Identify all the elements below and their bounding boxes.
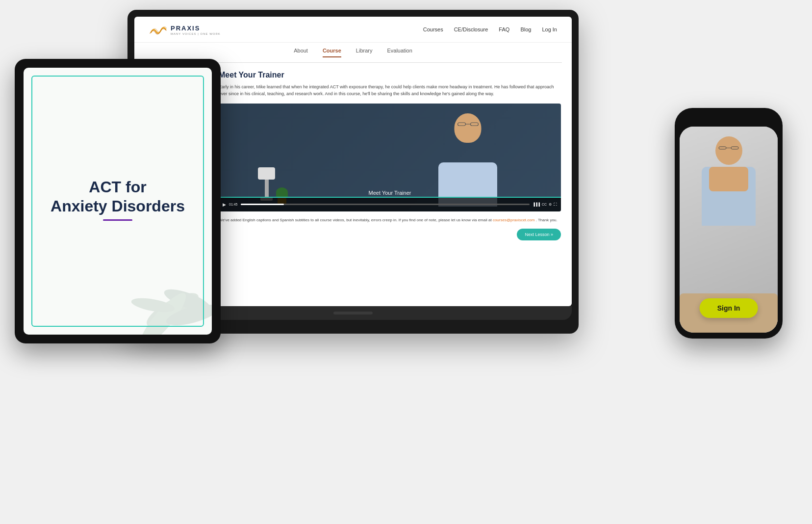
caption-main: We've added English captions and Spanish…: [219, 218, 492, 222]
play-icon[interactable]: ▶: [223, 202, 226, 207]
fullscreen-icon[interactable]: ⛶: [554, 203, 557, 207]
laptop-hinge: [333, 312, 373, 314]
phone-person-hands: [709, 167, 748, 191]
settings-icon[interactable]: ⚙: [549, 203, 552, 207]
course-title-line1: ACT for: [51, 178, 185, 196]
caption-end: . Thank you.: [536, 218, 558, 222]
laptop-nav-top: PRAXIS MANY VOICES | ONE WORK Courses CE…: [134, 17, 572, 43]
progress-bar[interactable]: [241, 204, 530, 205]
video-title-overlay: Meet Your Trainer: [369, 190, 411, 196]
tablet-device: ACT for Anxiety Disorders: [15, 59, 221, 343]
nav-courses[interactable]: Courses: [423, 26, 443, 32]
cc-icon[interactable]: CC: [542, 203, 547, 207]
video-player[interactable]: Meet Your Trainer ▶ 01:45 ▐▐▐ CC ⚙ ⛶: [219, 104, 561, 211]
nav-blog[interactable]: Blog: [520, 26, 531, 32]
svg-rect-0: [457, 123, 465, 126]
phone-glasses-icon: [718, 146, 739, 150]
caption-text: We've added English captions and Spanish…: [219, 217, 561, 224]
section-description: Early in his career, Mike learned that w…: [219, 83, 561, 98]
svg-rect-9: [731, 147, 738, 149]
video-person: [399, 104, 536, 211]
nav-cedisclosure[interactable]: CE/Disclosure: [454, 26, 488, 32]
top-nav-links: Courses CE/Disclosure FAQ Blog Log In: [423, 26, 557, 32]
phone-notch: [711, 114, 746, 124]
tablet-screen: ACT for Anxiety Disorders: [24, 68, 212, 335]
next-lesson-container: Next Lesson »: [219, 229, 561, 240]
signin-button[interactable]: Sign In: [700, 298, 758, 318]
phone-person-head: [715, 136, 742, 165]
phone-screen: Sign In: [680, 127, 778, 333]
nav-login[interactable]: Log In: [542, 26, 557, 32]
tab-about[interactable]: About: [294, 48, 308, 57]
svg-rect-1: [470, 123, 478, 126]
video-controls[interactable]: ▶ 01:45 ▐▐▐ CC ⚙ ⛶: [219, 198, 561, 211]
tab-evaluation[interactable]: Evaluation: [387, 48, 412, 57]
section-title: Meet Your Trainer: [219, 71, 561, 79]
phone-photo: Sign In: [680, 127, 778, 333]
progress-fill: [241, 204, 284, 205]
person-head: [455, 113, 482, 143]
main-content: Meet Your Trainer Early in his career, M…: [208, 63, 572, 306]
logo-text: PRAXIS: [171, 25, 200, 32]
video-time: 01:45: [229, 203, 238, 206]
caption-email[interactable]: courses@praxiscet.com: [493, 218, 534, 222]
video-ctrl-icons: ▐▐▐ CC ⚙ ⛶: [533, 203, 557, 207]
glasses-icon: [457, 122, 479, 126]
title-underline: [103, 219, 132, 221]
logo[interactable]: PRAXIS MANY VOICES | ONE WORK: [149, 23, 221, 36]
tab-course[interactable]: Course: [323, 48, 341, 57]
phone-device: Sign In: [675, 108, 783, 339]
course-title-line2: Anxiety Disorders: [51, 197, 185, 215]
tab-library[interactable]: Library: [356, 48, 373, 57]
signal-icon: ▐▐▐: [533, 203, 540, 207]
tablet-course-title: ACT for Anxiety Disorders: [51, 178, 185, 225]
phone-person: [689, 136, 768, 284]
praxis-logo-icon: [149, 23, 167, 36]
next-lesson-button[interactable]: Next Lesson »: [517, 229, 561, 240]
phone-person-shirt: [702, 167, 756, 226]
laptop-notch: [324, 10, 382, 17]
logo-sub: MANY VOICES | ONE WORK: [171, 32, 221, 35]
nav-faq[interactable]: FAQ: [499, 26, 509, 32]
leaf-decoration: [114, 212, 212, 335]
svg-rect-8: [719, 147, 726, 149]
